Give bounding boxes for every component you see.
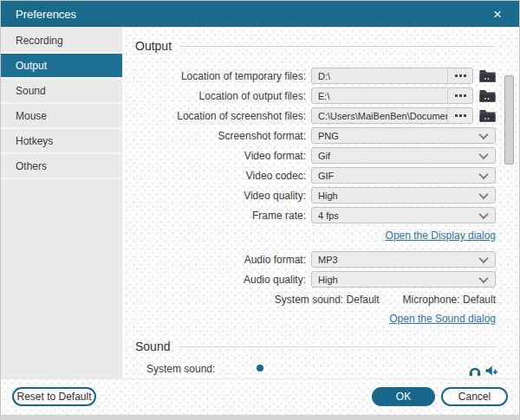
video-quality-select[interactable]: High [311, 187, 496, 204]
screenshot-files-row: Location of screenshot files: C:\Users\M… [122, 107, 496, 124]
frame-rate-select[interactable]: 4 fps [311, 207, 496, 223]
screenshot-files-field[interactable]: C:\Users\MaiBenBen\Documents\Fi [311, 107, 473, 124]
headphones-icon[interactable] [469, 364, 481, 378]
volume-slider-handle[interactable] [257, 365, 263, 372]
frame-rate-row: Frame rate: 4 fps [122, 207, 496, 223]
audio-quality-label: Audio quality: [122, 274, 306, 286]
section-divider [180, 46, 496, 47]
chevron-down-icon [478, 273, 488, 282]
vertical-scrollbar-thumb[interactable] [504, 75, 514, 165]
frame-rate-value: 4 fps [312, 210, 472, 221]
screenshot-files-value: C:\Users\MaiBenBen\Documents\Fi [312, 111, 447, 121]
system-sound-label: System sound: [275, 294, 343, 306]
cancel-button[interactable]: Cancel [441, 387, 508, 406]
microphone-label: Microphone: [403, 294, 460, 306]
audio-quality-value: High [312, 275, 472, 285]
screenshot-format-value: PNG [312, 131, 472, 141]
screenshot-files-label: Location of screenshot files: [122, 110, 306, 122]
sound-section-title: Sound [135, 339, 170, 353]
sound-device-summary: System sound: Default Microphone: Defaul… [122, 294, 496, 306]
folder-icon[interactable] [479, 69, 496, 82]
system-sound-value: Default [347, 294, 380, 306]
title-bar: Preferences × [1, 1, 519, 27]
sidebar-item-others[interactable]: Others [1, 154, 122, 179]
microphone-summary: Microphone: Default [403, 294, 496, 306]
open-sound-dialog-link[interactable]: Open the Sound dialog [389, 313, 496, 325]
microphone-value: Default [463, 294, 496, 306]
display-dialog-link-row: Open the Display dialog [122, 227, 496, 240]
close-icon[interactable]: × [488, 4, 507, 23]
sound-section-header: Sound [135, 339, 496, 353]
output-files-label: Location of output files: [122, 90, 306, 102]
audio-format-value: MP3 [312, 255, 472, 265]
open-display-dialog-link[interactable]: Open the Display dialog [386, 229, 496, 242]
video-format-label: Video format: [122, 150, 306, 162]
folder-icon[interactable] [479, 89, 496, 102]
section-divider [179, 346, 496, 347]
output-section-header: Output [135, 39, 496, 53]
sidebar-item-hotkeys[interactable]: Hotkeys [1, 129, 122, 154]
video-codec-label: Video codec: [122, 170, 306, 182]
temporary-files-row: Location of temporary files: D:\ [122, 68, 496, 84]
audio-quality-select[interactable]: High [311, 271, 496, 288]
video-codec-select[interactable]: GIF [311, 167, 496, 184]
preferences-dialog: Preferences × Recording Output Sound Mou… [0, 0, 520, 420]
screenshot-format-label: Screenshot format: [122, 130, 306, 142]
sidebar-item-mouse[interactable]: Mouse [1, 104, 122, 129]
system-sound-slider-label: System sound: [146, 363, 215, 375]
output-section-title: Output [135, 39, 172, 53]
video-format-row: Video format: Gif [122, 147, 496, 164]
browse-ellipsis-button[interactable] [447, 108, 472, 123]
chevron-down-icon [478, 169, 488, 178]
audio-quality-row: Audio quality: High [122, 271, 496, 288]
system-sound-slider-row: System sound: [122, 363, 496, 378]
reset-to-default-button[interactable]: Reset to Default [12, 387, 96, 406]
sidebar-item-output[interactable]: Output [1, 54, 122, 79]
browse-ellipsis-button[interactable] [447, 68, 472, 83]
window-title: Preferences [16, 8, 76, 21]
system-sound-summary: System sound: Default [275, 294, 380, 306]
video-quality-label: Video quality: [122, 190, 306, 202]
dialog-footer: Reset to Default OK Cancel [1, 378, 519, 415]
video-codec-row: Video codec: GIF [122, 167, 496, 184]
ok-button[interactable]: OK [372, 387, 435, 406]
output-files-field[interactable]: E:\ [311, 87, 473, 104]
audio-format-label: Audio format: [122, 254, 306, 266]
chevron-down-icon [478, 189, 488, 198]
video-format-select[interactable]: Gif [311, 147, 496, 164]
video-format-value: Gif [312, 151, 472, 161]
video-codec-value: GIF [312, 171, 472, 181]
temporary-files-field[interactable]: D:\ [311, 68, 473, 84]
chevron-down-icon [478, 129, 488, 139]
chevron-down-icon [478, 209, 488, 218]
audio-format-row: Audio format: MP3 [122, 251, 496, 268]
temporary-files-value: D:\ [312, 71, 447, 81]
sound-dialog-link-row: Open the Sound dialog [122, 310, 496, 323]
temporary-files-label: Location of temporary files: [122, 70, 306, 82]
video-quality-row: Video quality: High [122, 187, 496, 204]
browse-ellipsis-button[interactable] [447, 88, 472, 103]
speaker-volume-icon[interactable] [485, 364, 498, 378]
sidebar-item-recording[interactable]: Recording [1, 29, 122, 54]
sidebar-item-sound[interactable]: Sound [1, 79, 122, 104]
audio-format-select[interactable]: MP3 [311, 251, 496, 268]
screenshot-format-select[interactable]: PNG [311, 127, 496, 144]
output-files-row: Location of output files: E:\ [122, 87, 496, 104]
sidebar: Recording Output Sound Mouse Hotkeys Oth… [1, 27, 122, 378]
screenshot-format-row: Screenshot format: PNG [122, 127, 496, 144]
folder-icon[interactable] [479, 109, 496, 122]
chevron-down-icon [478, 253, 488, 262]
video-quality-value: High [312, 191, 472, 201]
frame-rate-label: Frame rate: [122, 210, 306, 222]
output-files-value: E:\ [312, 91, 447, 101]
chevron-down-icon [478, 149, 488, 158]
settings-panel: Output Location of temporary files: D:\ [122, 27, 519, 378]
